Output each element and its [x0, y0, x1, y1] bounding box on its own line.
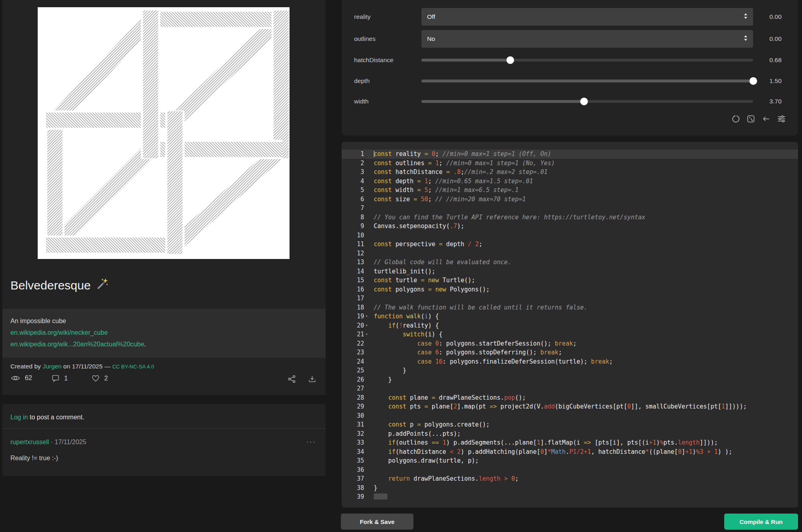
- random-dice-icon[interactable]: [747, 115, 755, 125]
- line-number: 23: [342, 348, 364, 357]
- code-text: if(!reality) {: [374, 321, 439, 330]
- download-icon[interactable]: [308, 374, 317, 384]
- code-text: const outlines = 1; //min=0 max=1 step=1…: [374, 159, 555, 168]
- login-prompt: Log in to post a comment.: [10, 414, 84, 421]
- control-value: 0.68: [741, 57, 782, 64]
- line-number: 28: [342, 393, 364, 403]
- reset-icon[interactable]: [731, 115, 740, 125]
- line-number: 35: [342, 456, 364, 465]
- hatchDistance-slider-thumb[interactable]: [506, 57, 514, 64]
- line-number: 30: [342, 411, 364, 421]
- slider-fill: [421, 80, 753, 83]
- code-line-7: 7: [342, 204, 798, 213]
- width-slider[interactable]: [421, 100, 753, 103]
- line-number: 5: [342, 186, 364, 195]
- comments-stat: 1: [51, 374, 68, 382]
- line-number: 36: [342, 465, 364, 475]
- line-number: 2: [342, 159, 364, 168]
- code-line-25: 25 }: [342, 366, 798, 375]
- line-number: 33: [342, 438, 364, 447]
- line-number: 17: [342, 294, 364, 303]
- controls-toolbar: [731, 115, 786, 125]
- control-label: hatchDistance: [354, 57, 393, 64]
- code-text: const reality = 0; //min=0 max=1 step=1 …: [374, 150, 551, 159]
- share-icon[interactable]: [287, 374, 296, 384]
- code-line-35: 35 polygons.draw(turtle, p);: [342, 456, 798, 465]
- fold-caret-icon[interactable]: ▾: [365, 321, 368, 330]
- wiki-link-1[interactable]: en.wikipedia.org/wiki/necker_cube: [10, 329, 108, 336]
- code-line-32: 32 p.addPoints(...pts);: [342, 429, 798, 439]
- line-number: 16: [342, 285, 364, 294]
- line-number: 39: [342, 492, 364, 502]
- code-line-9: 9Canvas.setpenopacity(.7);: [342, 222, 798, 231]
- code-text: // The walk function will be called unti…: [374, 303, 587, 312]
- code-line-17: 17: [342, 294, 798, 303]
- wiki-link-2[interactable]: en.wikipedia.org/wik...20an%20actual%20c…: [10, 341, 144, 348]
- control-value: 3.70: [741, 98, 782, 105]
- heart-icon[interactable]: [91, 374, 100, 382]
- line-number: 24: [342, 357, 364, 366]
- comment-author-link[interactable]: rupertxrussell: [10, 439, 49, 445]
- code-line-31: 31 const p = polygons.create();: [342, 420, 798, 429]
- line-number: 31: [342, 420, 364, 429]
- code-text: if(outlines == 1) p.addSegments(...plane…: [374, 438, 718, 447]
- comment-menu-icon[interactable]: ···: [306, 438, 316, 446]
- login-link[interactable]: Log in: [10, 414, 28, 421]
- eye-icon: [10, 374, 20, 382]
- select-value: Off: [427, 13, 435, 20]
- back-arrow-icon[interactable]: [762, 115, 770, 125]
- collapsed-widget[interactable]: [374, 494, 387, 500]
- fold-caret-icon[interactable]: ▾: [365, 330, 368, 339]
- line-number: 34: [342, 447, 364, 457]
- line-number: 9: [342, 222, 364, 231]
- control-label: depth: [354, 77, 370, 85]
- comment-date: 17/11/2025: [55, 439, 86, 445]
- width-slider-thumb[interactable]: [580, 98, 588, 105]
- code-text: [374, 492, 387, 502]
- code-text: }: [374, 483, 377, 493]
- compile-run-button[interactable]: Compile & Run: [724, 514, 798, 530]
- code-line-28: 28 const plane = drawPlaneSections.pop()…: [342, 393, 798, 403]
- code-line-4: 4const depth = 1; //min=0.65 max=1.5 ste…: [342, 177, 798, 186]
- outlines-select[interactable]: No: [421, 30, 753, 48]
- code-line-39: 39: [342, 492, 798, 502]
- license-link[interactable]: CC BY-NC-SA 4.0: [112, 364, 154, 370]
- fold-caret-icon[interactable]: ▾: [365, 312, 368, 321]
- hatchDistance-slider[interactable]: [421, 59, 753, 62]
- turtletoy-page: Belvederesque An impossible cube en.wiki…: [0, 0, 802, 532]
- code-line-11: 11const perspective = depth / 2;: [342, 240, 798, 249]
- code-line-16: 16const polygons = new Polygons();: [342, 285, 798, 294]
- code-line-30: 30: [342, 411, 798, 421]
- byline: Created by Jurgen on 17/11/2025 — CC BY-…: [10, 363, 154, 370]
- line-number: 12: [342, 249, 364, 258]
- control-value: 0.00: [741, 13, 782, 20]
- reality-select[interactable]: Off: [421, 8, 753, 26]
- line-number: 26: [342, 375, 364, 384]
- code-text: Canvas.setpenopacity(.7);: [374, 222, 464, 231]
- code-line-13: 13// Global code will be evaluated once.: [342, 258, 798, 267]
- code-text: }: [374, 375, 392, 384]
- artwork-canvas: [38, 7, 290, 259]
- code-text: function walk(i) {: [374, 312, 439, 321]
- depth-slider[interactable]: [421, 80, 753, 83]
- comment-text: Reality != true :-): [10, 455, 58, 462]
- line-number: 37: [342, 474, 364, 483]
- settings-sliders-icon[interactable]: [777, 115, 786, 125]
- line-number: 27: [342, 384, 364, 393]
- fork-save-button[interactable]: Fork & Save: [341, 514, 413, 530]
- code-line-3: 3const hatchDistance = .8;//min=.2 max=2…: [342, 168, 798, 177]
- code-text: const depth = 1; //min=0.65 max=1.5 step…: [374, 177, 533, 186]
- views-count: 62: [25, 374, 32, 382]
- comment-separator: ·: [49, 439, 55, 445]
- author-link[interactable]: Jurgen: [43, 363, 61, 370]
- code-line-5: 5const width = 5; //min=1 max=6.5 step=.…: [342, 186, 798, 195]
- code-editor[interactable]: 1const reality = 0; //min=0 max=1 step=1…: [342, 142, 798, 508]
- control-row-reality: realityOff0.00: [342, 8, 798, 26]
- description-box: An impossible cube en.wikipedia.org/wiki…: [2, 309, 326, 358]
- code-line-21: 21▾ switch(i) {: [342, 330, 798, 339]
- divider: [2, 428, 326, 429]
- line-number: 1: [342, 150, 364, 159]
- impossible-cube-drawing: [38, 7, 290, 259]
- code-text: // You can find the Turtle API reference…: [374, 213, 645, 222]
- code-line-1: 1const reality = 0; //min=0 max=1 step=1…: [342, 150, 798, 159]
